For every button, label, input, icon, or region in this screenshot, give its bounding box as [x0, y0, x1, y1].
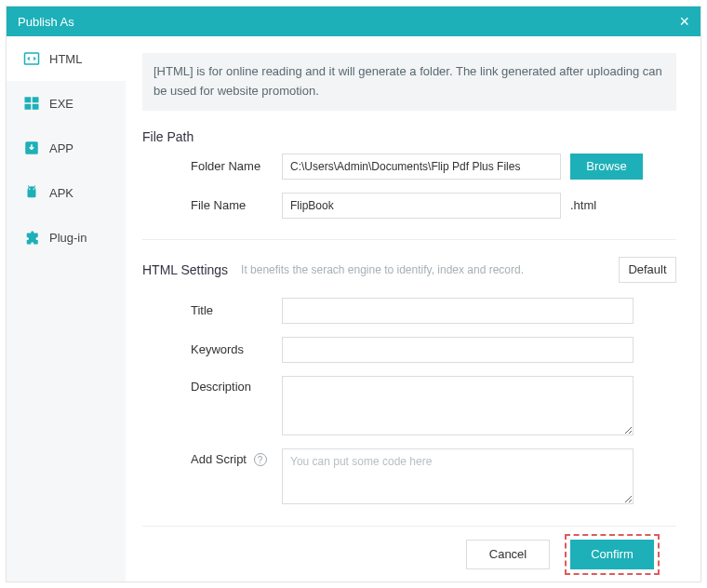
svg-rect-2: [33, 97, 39, 102]
file-name-input[interactable]: [282, 193, 561, 219]
add-script-input[interactable]: [282, 448, 634, 504]
sidebar-item-label: HTML: [49, 52, 82, 66]
svg-line-9: [33, 186, 35, 188]
close-icon[interactable]: ×: [679, 13, 689, 30]
info-box: [HTML] is for online reading and it will…: [142, 53, 676, 111]
browse-button[interactable]: Browse: [570, 154, 643, 180]
file-name-label: File Name: [142, 198, 282, 212]
add-script-label: Add Script ?: [142, 448, 282, 467]
android-icon: [23, 184, 40, 201]
svg-rect-0: [25, 53, 39, 64]
file-extension-label: .html: [570, 198, 596, 212]
sidebar-item-html[interactable]: HTML: [7, 36, 126, 81]
sidebar-item-label: Plug-in: [49, 231, 87, 245]
folder-name-input[interactable]: [282, 154, 561, 180]
description-label: Description: [142, 376, 282, 394]
sidebar-item-label: APK: [49, 186, 73, 200]
sidebar-item-apk[interactable]: APK: [7, 170, 126, 215]
sidebar-item-exe[interactable]: EXE: [7, 81, 126, 126]
cancel-button[interactable]: Cancel: [466, 540, 550, 569]
sidebar-item-app[interactable]: APP: [7, 126, 126, 170]
puzzle-icon: [23, 229, 40, 246]
folder-name-label: Folder Name: [142, 159, 282, 173]
sidebar-item-label: EXE: [49, 97, 73, 111]
titlebar: Publish As ×: [7, 7, 700, 36]
section-filepath-title: File Path: [142, 129, 676, 144]
title-label: Title: [142, 303, 282, 317]
svg-line-8: [28, 186, 30, 188]
html-icon: [23, 50, 40, 67]
sidebar: HTML EXE APP APK: [7, 36, 126, 581]
default-button[interactable]: Default: [619, 257, 676, 283]
svg-rect-1: [25, 97, 32, 102]
keywords-label: Keywords: [142, 342, 282, 356]
confirm-button[interactable]: Confirm: [570, 540, 654, 569]
sidebar-item-label: APP: [49, 141, 73, 155]
window-title: Publish As: [18, 15, 74, 29]
help-icon[interactable]: ?: [254, 453, 267, 466]
description-input[interactable]: [282, 376, 634, 435]
sidebar-item-plugin[interactable]: Plug-in: [7, 215, 126, 260]
svg-point-6: [29, 189, 31, 191]
title-input[interactable]: [282, 298, 634, 324]
svg-rect-4: [33, 104, 39, 110]
section-settings-title: HTML Settings: [142, 262, 228, 277]
main-panel: [HTML] is for online reading and it will…: [126, 36, 700, 581]
svg-point-7: [33, 189, 35, 191]
keywords-input[interactable]: [282, 337, 634, 363]
svg-rect-3: [25, 104, 32, 110]
settings-hint: It benefits the serach engine to identif…: [241, 263, 606, 276]
confirm-highlight: Confirm: [565, 534, 660, 575]
footer: Cancel Confirm: [142, 526, 676, 581]
windows-icon: [23, 95, 40, 112]
download-box-icon: [23, 140, 40, 156]
divider: [142, 239, 676, 240]
